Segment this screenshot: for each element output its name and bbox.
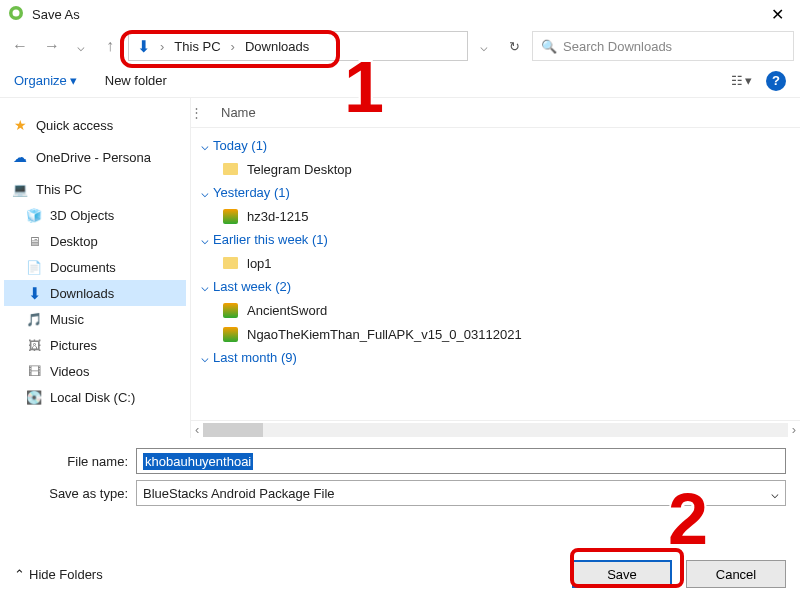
file-name: AncientSword [247, 303, 327, 318]
file-group-label: Last week (2) [213, 279, 291, 294]
new-folder-button[interactable]: New folder [105, 73, 167, 88]
file-name: hz3d-1215 [247, 209, 308, 224]
save-button[interactable]: Save [572, 560, 672, 588]
back-button[interactable]: ← [6, 32, 34, 60]
file-name: Telegram Desktop [247, 162, 352, 177]
column-resizer[interactable]: ⋮ [191, 104, 201, 121]
scroll-left-icon[interactable]: ‹ [195, 422, 199, 437]
hide-folders-toggle[interactable]: ⌃ Hide Folders [14, 567, 103, 582]
file-name: lop1 [247, 256, 272, 271]
cancel-button[interactable]: Cancel [686, 560, 786, 588]
forward-button[interactable]: → [38, 32, 66, 60]
file-item[interactable]: AncientSword [199, 298, 792, 322]
sidebar-item-3d-objects[interactable]: 🧊3D Objects [4, 202, 186, 228]
sidebar-item-label: OneDrive - Persona [36, 150, 151, 165]
address-history-dropdown[interactable]: ⌵ [472, 39, 496, 54]
chevron-down-icon: ⌵ [201, 232, 209, 247]
file-item[interactable]: Telegram Desktop [199, 157, 792, 181]
search-icon: 🔍 [541, 39, 557, 54]
horizontal-scrollbar[interactable]: ‹ › [191, 420, 800, 438]
folder-icon [221, 160, 239, 178]
address-bar[interactable]: ⬇ › This PC › Downloads [128, 31, 468, 61]
chevron-down-icon: ⌵ [771, 486, 779, 501]
sidebar-item-desktop[interactable]: 🖥Desktop [4, 228, 186, 254]
file-item[interactable]: hz3d-1215 [199, 204, 792, 228]
recent-locations-dropdown[interactable]: ⌵ [70, 39, 92, 54]
breadcrumb-downloads[interactable]: Downloads [245, 39, 309, 54]
view-options[interactable]: ☷ ▾ [731, 73, 752, 88]
filename-input[interactable]: khobauhuyenthoai [136, 448, 786, 474]
chevron-down-icon: ⌵ [201, 138, 209, 153]
sidebar-item-label: Desktop [50, 234, 98, 249]
up-button[interactable]: ↑ [96, 32, 124, 60]
save-form: File name: khobauhuyenthoai Save as type… [0, 438, 800, 518]
save-as-type-value: BlueStacks Android Package File [143, 486, 335, 501]
apk-icon [221, 301, 239, 319]
breadcrumb-this-pc[interactable]: This PC [174, 39, 220, 54]
breadcrumb-sep: › [160, 39, 164, 54]
scrollbar-thumb[interactable] [203, 423, 263, 437]
sidebar-item-label: Quick access [36, 118, 113, 133]
documents-icon: 📄 [26, 259, 42, 275]
downloads-icon: ⬇ [137, 37, 150, 56]
onedrive-persona-icon: ☁ [12, 149, 28, 165]
file-item[interactable]: lop1 [199, 251, 792, 275]
file-item[interactable]: NgaoTheKiemThan_FullAPK_v15_0_03112021 [199, 322, 792, 346]
file-group-label: Yesterday (1) [213, 185, 290, 200]
file-list[interactable]: ⌵Today (1)Telegram Desktop⌵Yesterday (1)… [191, 128, 800, 420]
sidebar-item-music[interactable]: 🎵Music [4, 306, 186, 332]
scroll-right-icon[interactable]: › [792, 422, 796, 437]
sidebar-item-label: Local Disk (C:) [50, 390, 135, 405]
file-group-header[interactable]: ⌵Earlier this week (1) [199, 228, 792, 251]
navigation-pane: ★Quick access☁OneDrive - Persona💻This PC… [0, 98, 190, 438]
file-group-label: Earlier this week (1) [213, 232, 328, 247]
window-title: Save As [32, 7, 80, 22]
file-group-header[interactable]: ⌵Last month (9) [199, 346, 792, 369]
sidebar-item-downloads[interactable]: ⬇Downloads [4, 280, 186, 306]
sidebar-item-this-pc[interactable]: 💻This PC [4, 176, 186, 202]
desktop-icon: 🖥 [26, 233, 42, 249]
apk-icon [221, 207, 239, 225]
close-button[interactable]: ✕ [763, 3, 792, 26]
sidebar-item-documents[interactable]: 📄Documents [4, 254, 186, 280]
column-header-row: ⋮ Name [191, 98, 800, 128]
save-as-type-dropdown[interactable]: BlueStacks Android Package File ⌵ [136, 480, 786, 506]
dialog-footer: ⌃ Hide Folders Save Cancel [0, 548, 800, 600]
sidebar-item-label: Music [50, 312, 84, 327]
refresh-button[interactable]: ↻ [500, 32, 528, 60]
sidebar-item-videos[interactable]: 🎞Videos [4, 358, 186, 384]
chevron-down-icon: ▾ [745, 73, 752, 88]
this-pc-icon: 💻 [12, 181, 28, 197]
filename-value: khobauhuyenthoai [143, 453, 253, 470]
file-group-header[interactable]: ⌵Yesterday (1) [199, 181, 792, 204]
sidebar-item-label: Pictures [50, 338, 97, 353]
sidebar-item-pictures[interactable]: 🖼Pictures [4, 332, 186, 358]
pictures-icon: 🖼 [26, 337, 42, 353]
file-name: NgaoTheKiemThan_FullAPK_v15_0_03112021 [247, 327, 522, 342]
file-group-label: Today (1) [213, 138, 267, 153]
sidebar-item-label: 3D Objects [50, 208, 114, 223]
app-icon [8, 5, 26, 23]
file-group-header[interactable]: ⌵Today (1) [199, 134, 792, 157]
sidebar-item-onedrive-persona[interactable]: ☁OneDrive - Persona [4, 144, 186, 170]
chevron-down-icon: ⌵ [201, 279, 209, 294]
search-input[interactable]: 🔍 Search Downloads [532, 31, 794, 61]
column-header-name[interactable]: Name [221, 105, 256, 120]
help-button[interactable]: ? [766, 71, 786, 91]
music-icon: 🎵 [26, 311, 42, 327]
breadcrumb-sep: › [231, 39, 235, 54]
filename-label: File name: [14, 454, 136, 469]
sidebar-item-quick-access[interactable]: ★Quick access [4, 112, 186, 138]
folder-icon [221, 254, 239, 272]
sidebar-item-label: Documents [50, 260, 116, 275]
toolbar: Organize ▾ New folder ☷ ▾ ? [0, 64, 800, 98]
chevron-down-icon: ⌵ [201, 350, 209, 365]
sidebar-item-local-disk-c-[interactable]: 💽Local Disk (C:) [4, 384, 186, 410]
view-icon: ☷ [731, 73, 743, 88]
organize-menu[interactable]: Organize ▾ [14, 73, 77, 88]
apk-icon [221, 325, 239, 343]
scrollbar-track[interactable] [203, 423, 787, 437]
videos-icon: 🎞 [26, 363, 42, 379]
file-group-header[interactable]: ⌵Last week (2) [199, 275, 792, 298]
search-placeholder: Search Downloads [563, 39, 672, 54]
